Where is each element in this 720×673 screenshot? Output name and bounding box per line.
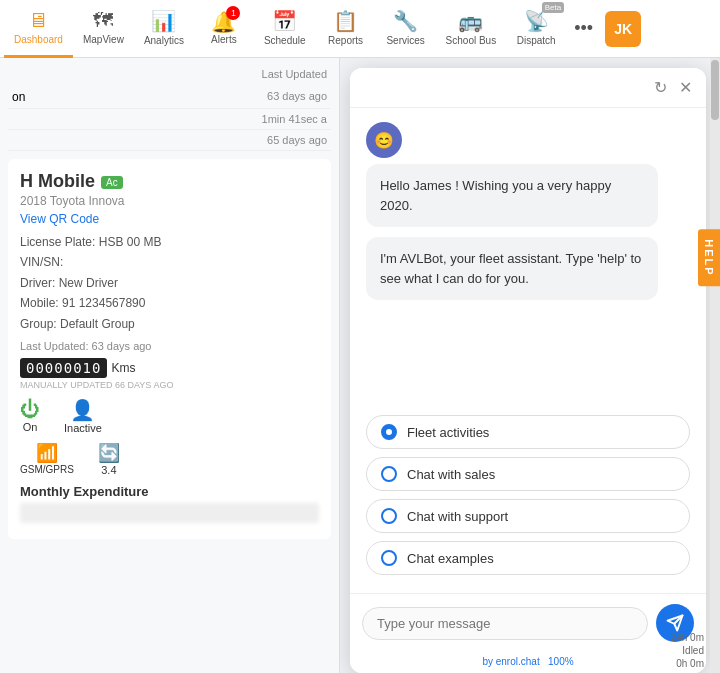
last-updated: Last Updated: 63 days ago	[20, 340, 319, 352]
table-row: 65 days ago	[8, 130, 331, 151]
radio-fleet	[381, 424, 397, 440]
vin: VIN/SN:	[20, 252, 319, 272]
chat-widget: ↻ ✕ 😊 Hello James ! Wishing you a very h…	[350, 68, 706, 673]
nav-services-label: Services	[386, 35, 424, 46]
chat-message-input[interactable]	[362, 607, 648, 640]
gsm-value-icon: 🔄	[98, 442, 120, 464]
alerts-badge-container: 🔔 1	[211, 10, 236, 34]
row-label-0: on	[12, 90, 25, 104]
left-panel: Last Updated on 63 days ago 1min 41sec a…	[0, 58, 340, 673]
odo-unit: Kms	[111, 361, 135, 375]
dispatch-beta-badge: Beta	[542, 2, 564, 13]
radio-examples	[381, 550, 397, 566]
nav-services[interactable]: 🔧 Services	[376, 0, 436, 58]
option-fleet[interactable]: Fleet activities	[366, 415, 690, 449]
schedule-icon: 📅	[272, 9, 297, 33]
help-button[interactable]: HELP	[698, 229, 720, 286]
signal-icon: 📶	[36, 442, 58, 464]
mobile: Mobile: 91 1234567890	[20, 293, 319, 313]
option-support[interactable]: Chat with support	[366, 499, 690, 533]
nav-dashboard-label: Dashboard	[14, 34, 63, 45]
vehicle-name: H Mobile	[20, 171, 95, 192]
scrollbar-thumb	[711, 60, 719, 120]
chat-refresh-icon[interactable]: ↻	[654, 78, 667, 97]
nav-schedule[interactable]: 📅 Schedule	[254, 0, 316, 58]
nav-more-button[interactable]: •••	[566, 18, 601, 39]
power-icon: ⏻	[20, 398, 40, 421]
bot-avatar: 😊	[366, 122, 402, 158]
nav-mapview[interactable]: 🗺 MapView	[73, 0, 134, 58]
option-examples-label: Chat examples	[407, 551, 494, 566]
vehicle-info: License Plate: HSB 00 MB VIN/SN: Driver:…	[20, 232, 319, 334]
chat-options: Fleet activities Chat with sales Chat wi…	[350, 405, 706, 593]
user-avatar[interactable]: JK	[605, 11, 641, 47]
gsm-row: 📶 GSM/GPRS 🔄 3.4	[20, 442, 319, 476]
odometer-value: 00000010	[20, 358, 107, 378]
gsm-value: 3.4	[101, 464, 116, 476]
scrollbar[interactable]	[710, 58, 720, 673]
dashboard-icon: 🖥	[28, 9, 48, 32]
chat-footer-brand: enrol.chat	[496, 656, 540, 667]
view-qr-code-link[interactable]: View QR Code	[20, 212, 319, 226]
status-inactive: 👤 Inactive	[64, 398, 102, 434]
inactive-icon: 👤	[70, 398, 95, 422]
nav-analytics[interactable]: 📊 Analytics	[134, 0, 194, 58]
vehicle-card: H Mobile Ac 2018 Toyota Innova View QR C…	[8, 159, 331, 539]
chat-footer: by enrol.chat 100%	[350, 652, 706, 673]
nav-analytics-label: Analytics	[144, 35, 184, 46]
services-icon: 🔧	[393, 9, 418, 33]
row-value-0: 63 days ago	[267, 90, 327, 104]
group: Group: Default Group	[20, 314, 319, 334]
right-panel: ↻ ✕ 😊 Hello James ! Wishing you a very h…	[340, 58, 720, 673]
status-on-label: On	[23, 421, 38, 433]
monthly-expenditure-title: Monthly Expenditure	[20, 484, 319, 499]
gsm-value-item: 🔄 3.4	[98, 442, 120, 476]
bottom-info-2: 0h 0m	[676, 658, 704, 669]
nav-dispatch-label: Dispatch	[517, 35, 556, 46]
intro-message: I'm AVLBot, your fleet assistant. Type '…	[366, 237, 658, 300]
nav-schoolbus-label: School Bus	[446, 35, 497, 46]
nav-alerts[interactable]: 🔔 1 Alerts	[194, 0, 254, 58]
analytics-icon: 📊	[151, 9, 176, 33]
nav-mapview-label: MapView	[83, 34, 124, 45]
chat-input-row	[350, 593, 706, 652]
blur-row-1	[20, 503, 319, 523]
option-fleet-label: Fleet activities	[407, 425, 489, 440]
nav-reports-label: Reports	[328, 35, 363, 46]
option-sales[interactable]: Chat with sales	[366, 457, 690, 491]
table-row: on 63 days ago	[8, 86, 331, 109]
col-header-updated: Last Updated	[262, 68, 327, 80]
nav-reports[interactable]: 📋 Reports	[316, 0, 376, 58]
nav-dispatch[interactable]: 📡 Beta Dispatch	[506, 0, 566, 58]
radio-support	[381, 508, 397, 524]
schoolbus-icon: 🚌	[458, 9, 483, 33]
chat-header-icons: ↻ ✕	[654, 78, 692, 97]
option-sales-label: Chat with sales	[407, 467, 495, 482]
odo-note: MANUALLY UPDATED 66 DAYS AGO	[20, 380, 319, 390]
chat-header: ↻ ✕	[350, 68, 706, 108]
driver: Driver: New Driver	[20, 273, 319, 293]
gsm-label: GSM/GPRS	[20, 464, 74, 475]
radio-sales	[381, 466, 397, 482]
chat-close-icon[interactable]: ✕	[679, 78, 692, 97]
license-plate: License Plate: HSB 00 MB	[20, 232, 319, 252]
chat-messages-area: 😊 Hello James ! Wishing you a very happy…	[350, 108, 706, 405]
nav-dashboard[interactable]: 🖥 Dashboard	[4, 0, 73, 58]
chat-footer-text: by	[482, 656, 495, 667]
alerts-badge: 1	[226, 6, 240, 20]
row-value-1: 1min 41sec a	[262, 113, 327, 125]
row-value-2: 65 days ago	[267, 134, 327, 146]
odometer-row: 00000010 Kms	[20, 358, 319, 378]
gsm-item: 📶 GSM/GPRS	[20, 442, 74, 475]
chat-footer-percent: 100%	[548, 656, 574, 667]
main-area: Last Updated on 63 days ago 1min 41sec a…	[0, 58, 720, 673]
greeting-message: Hello James ! Wishing you a very happy 2…	[366, 164, 658, 227]
table-row: 1min 41sec a	[8, 109, 331, 130]
status-inactive-label: Inactive	[64, 422, 102, 434]
option-examples[interactable]: Chat examples	[366, 541, 690, 575]
top-navigation: 🖥 Dashboard 🗺 MapView 📊 Analytics 🔔 1 Al…	[0, 0, 720, 58]
nav-schoolbus[interactable]: 🚌 School Bus	[436, 0, 507, 58]
bottom-info-1: Idled	[682, 645, 704, 656]
vehicle-status-badge: Ac	[101, 176, 123, 189]
status-row: ⏻ On 👤 Inactive	[20, 398, 319, 434]
